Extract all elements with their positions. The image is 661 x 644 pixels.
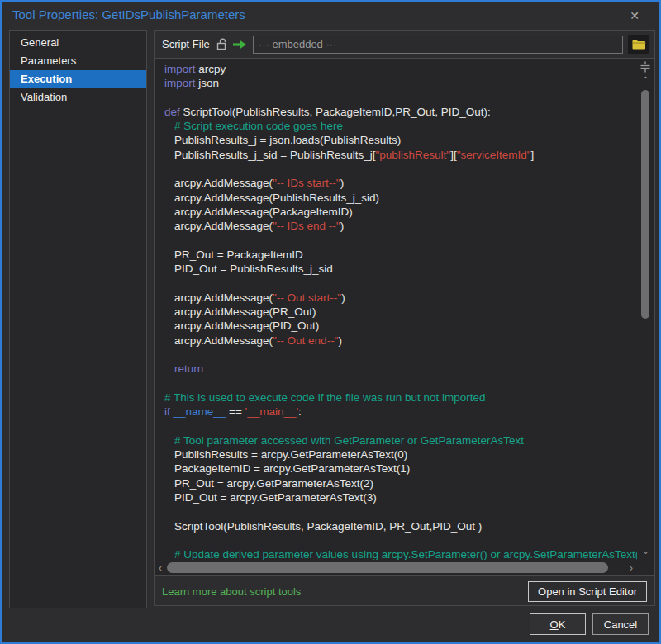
green-arrow-icon — [232, 39, 247, 50]
code-editor[interactable]: import arcpyimport json def ScriptTool(P… — [155, 58, 654, 576]
code-line: # Script execution code goes here — [164, 119, 637, 133]
script-file-row: Script File — [155, 31, 654, 58]
code-line: arcpy.AddMessage("-- Out end--") — [164, 334, 637, 348]
scroll-down-icon[interactable]: ⌄ — [637, 547, 654, 558]
code-line: arcpy.AddMessage("-- IDs end --") — [164, 219, 637, 233]
code-line: PID_Out = arcpy.GetParameterAsText(3) — [164, 490, 637, 504]
code-line: PR_Out = arcpy.GetParameterAsText(2) — [164, 476, 637, 490]
sidebar-item-validation[interactable]: Validation — [10, 88, 146, 107]
browse-button[interactable] — [628, 35, 649, 54]
splitter-handle-icon[interactable] — [639, 60, 652, 73]
learn-more-link[interactable]: Learn more about script tools — [162, 585, 301, 598]
dialog-footer: OK Cancel — [2, 606, 659, 642]
code-line — [164, 419, 637, 433]
code-line: PublishResults = arcpy.GetParameterAsTex… — [164, 447, 637, 462]
code-line — [164, 504, 637, 519]
code-line: # Update derived parameter values using … — [164, 547, 637, 560]
code-line: import arcpy — [164, 62, 637, 76]
code-line: ScriptTool(PublishResults, PackageItemID… — [164, 519, 637, 533]
folder-icon — [632, 39, 646, 50]
tool-properties-dialog: Tool Properties: GetIDsPublishParameters… — [0, 0, 661, 644]
code-line: return — [164, 362, 637, 376]
code-line: if __name__ == '__main__': — [164, 405, 637, 419]
horizontal-scrollbar[interactable]: ‹ › — [155, 560, 637, 575]
dialog-title: Tool Properties: GetIDsPublishParameters — [12, 7, 245, 21]
code-line: # This is used to execute code if the fi… — [164, 391, 637, 405]
code-line: PublishResults_j = json.loads(PublishRes… — [164, 133, 637, 147]
code-line: arcpy.AddMessage(PID_Out) — [164, 319, 637, 333]
code-line: PublishResults_j_sid = PublishResults_j[… — [164, 148, 637, 162]
scroll-up-icon[interactable]: ⌃ — [637, 75, 654, 87]
ok-button[interactable]: OK — [530, 613, 586, 635]
code-line: import json — [164, 76, 637, 90]
code-line — [164, 162, 637, 176]
editor-info-row: Learn more about script tools Open in Sc… — [155, 577, 654, 605]
sidebar-nav: GeneralParametersExecutionValidation — [9, 30, 147, 608]
code-line: PR_Out = PackageItemID — [164, 248, 637, 262]
script-file-input[interactable] — [253, 36, 623, 54]
code-line — [164, 376, 637, 391]
code-line: PID_Out = PublishResults_j_sid — [164, 262, 637, 276]
execution-panel: Script File import arcpyimport json def … — [154, 30, 655, 606]
scroll-right-icon[interactable]: › — [625, 561, 637, 575]
code-line: # Tool parameter accessed with GetParame… — [164, 433, 637, 447]
sidebar-item-parameters[interactable]: Parameters — [10, 52, 146, 70]
vertical-scrollbar[interactable]: ⌃ ⌄ — [637, 59, 654, 560]
code-line: def ScriptTool(PublishResults, PackageIt… — [164, 105, 637, 119]
code-line: arcpy.AddMessage(PackageItemID) — [164, 205, 637, 219]
horizontal-scroll-track[interactable] — [166, 562, 625, 573]
code-line — [164, 234, 637, 248]
code-line: PackageItemID = arcpy.GetParameterAsText… — [164, 462, 637, 476]
sidebar-item-execution[interactable]: Execution — [10, 70, 146, 88]
embed-toggle-icon[interactable] — [216, 38, 228, 50]
code-line — [164, 276, 637, 290]
open-in-script-editor-button[interactable]: Open in Script Editor — [528, 581, 647, 602]
close-icon[interactable]: ✕ — [626, 7, 643, 24]
code-line: arcpy.AddMessage("-- IDs start--") — [164, 176, 637, 190]
code-content[interactable]: import arcpyimport json def ScriptTool(P… — [155, 59, 637, 560]
code-line: arcpy.AddMessage("-- Out start--") — [164, 291, 637, 305]
vertical-scroll-thumb[interactable] — [641, 90, 649, 319]
sidebar-item-general[interactable]: General — [10, 34, 146, 52]
horizontal-scroll-thumb[interactable] — [167, 562, 608, 573]
code-line: arcpy.AddMessage(PublishResults_j_sid) — [164, 191, 637, 205]
cancel-button[interactable]: Cancel — [592, 613, 649, 635]
code-line — [164, 533, 637, 547]
script-file-label: Script File — [162, 38, 210, 50]
code-line — [164, 348, 637, 362]
code-line — [164, 91, 637, 105]
scroll-left-icon[interactable]: ‹ — [155, 561, 166, 575]
title-bar: Tool Properties: GetIDsPublishParameters… — [2, 2, 659, 28]
code-line: arcpy.AddMessage(PR_Out) — [164, 305, 637, 319]
